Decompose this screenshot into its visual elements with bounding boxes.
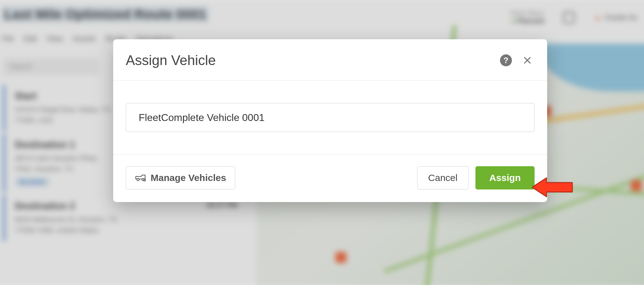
page-title: Last Mile Optimized Route 0001 bbox=[2, 7, 209, 22]
bg-search: Search bbox=[3, 58, 99, 75]
modal-header-actions: ? bbox=[500, 54, 532, 66]
cancel-button[interactable]: Cancel bbox=[417, 166, 469, 189]
menu-item: Assets bbox=[73, 34, 96, 43]
modal-header: Assign Vehicle ? bbox=[113, 39, 547, 80]
assign-button[interactable]: Assign bbox=[475, 166, 535, 189]
status-label: Route Status bbox=[510, 10, 544, 17]
manage-vehicles-button[interactable]: Manage Vehicles bbox=[126, 166, 235, 189]
vehicle-input[interactable] bbox=[126, 103, 535, 132]
modal-body bbox=[113, 80, 547, 155]
svg-point-2 bbox=[137, 178, 139, 181]
menu-item: View bbox=[47, 34, 63, 43]
close-icon[interactable] bbox=[523, 56, 532, 65]
assign-vehicle-modal: Assign Vehicle ? Manage Vehicles bbox=[113, 39, 547, 202]
vehicle-gear-icon bbox=[135, 173, 146, 182]
svg-point-5 bbox=[144, 180, 145, 181]
status-value: ● Planned bbox=[510, 17, 544, 25]
menu-item: File bbox=[2, 34, 14, 43]
calendar-icon bbox=[563, 12, 575, 23]
modal-footer: Manage Vehicles Cancel Assign bbox=[113, 155, 547, 202]
help-icon[interactable]: ? bbox=[500, 54, 512, 66]
bg-status: Route Status ● Planned ▲Charlie Do bbox=[510, 10, 638, 25]
user-badge: ▲Charlie Do bbox=[594, 13, 637, 22]
modal-title: Assign Vehicle bbox=[126, 52, 216, 68]
footer-right: Cancel Assign bbox=[417, 166, 535, 189]
manage-vehicles-label: Manage Vehicles bbox=[151, 173, 226, 183]
bg-header: Last Mile Optimized Route 0001 File Edit… bbox=[0, 0, 644, 42]
menu-item: Edit bbox=[24, 34, 37, 43]
